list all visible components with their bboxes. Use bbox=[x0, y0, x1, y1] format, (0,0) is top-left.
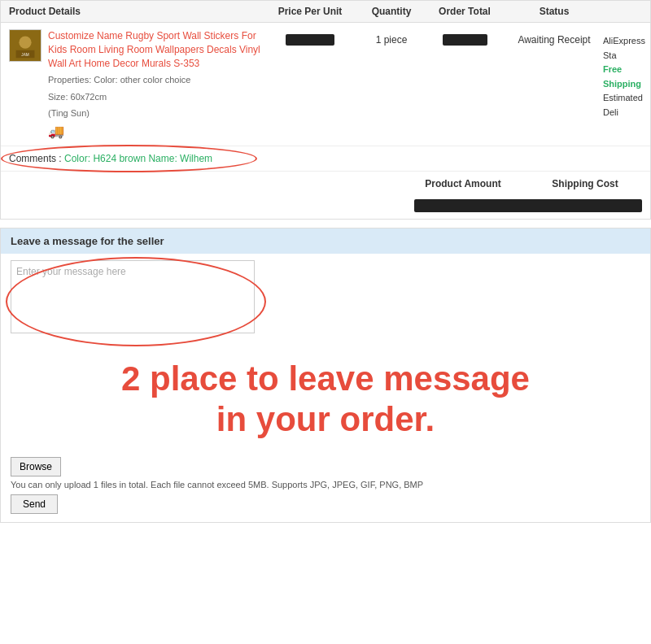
comments-row: Comments : Color: H624 brown Name: Wilhe… bbox=[1, 146, 650, 172]
message-section: Leave a message for the seller 2 place t… bbox=[0, 228, 651, 523]
product-text-block: Customize Name Rugby Sport Wall Stickers… bbox=[48, 29, 261, 139]
product-extra-cell: AliExpress Sta Free Shipping Estimated D… bbox=[603, 29, 645, 120]
send-button[interactable]: Send bbox=[11, 494, 58, 514]
browse-note: You can only upload 1 files in total. Ea… bbox=[11, 480, 640, 490]
header-price: Price Per Unit bbox=[261, 6, 359, 17]
order-section: Product Details Price Per Unit Quantity … bbox=[0, 0, 651, 220]
price-bar bbox=[286, 34, 334, 46]
comments-value: Color: H624 brown Name: Wilhem bbox=[64, 153, 212, 164]
annotation-line2: in your order. bbox=[9, 399, 642, 440]
product-quantity-cell: 1 piece bbox=[359, 29, 424, 46]
product-total-cell bbox=[424, 29, 505, 48]
product-price-cell bbox=[261, 29, 359, 48]
header-quantity: Quantity bbox=[359, 6, 424, 17]
status-text: Awaiting Receipt bbox=[518, 34, 590, 46]
product-seller: (Ting Sun) bbox=[48, 107, 261, 120]
totals-header-row: Product Amount Shipping Cost bbox=[1, 172, 650, 196]
totals-values-row bbox=[1, 196, 650, 219]
product-status-cell: Awaiting Receipt bbox=[505, 29, 603, 46]
estimated-delivery-label: Estimated Deli bbox=[603, 91, 645, 120]
annotation-line1: 2 place to leave message bbox=[9, 359, 642, 399]
header-total: Order Total bbox=[424, 6, 505, 17]
product-link[interactable]: Customize Name Rugby Sport Wall Stickers… bbox=[48, 30, 260, 69]
svg-point-1 bbox=[19, 37, 31, 49]
free-shipping-label: Free Shipping bbox=[603, 63, 645, 91]
truck-icon: 🚚 bbox=[48, 124, 261, 139]
product-info: JAM Customize Name Rugby Sport Wall Stic… bbox=[9, 29, 261, 139]
order-table-header: Product Details Price Per Unit Quantity … bbox=[1, 1, 650, 23]
comments-label: Comments : bbox=[9, 153, 62, 164]
header-status: Status bbox=[505, 6, 603, 17]
header-product: Product Details bbox=[9, 6, 261, 17]
browse-section: Browse You can only upload 1 files in to… bbox=[1, 449, 650, 522]
header-extra bbox=[603, 6, 642, 17]
browse-button[interactable]: Browse bbox=[11, 457, 61, 476]
svg-text:JAM: JAM bbox=[21, 53, 29, 57]
message-textarea[interactable] bbox=[11, 260, 255, 333]
product-color-property: Properties: Color: other color choice bbox=[48, 73, 261, 87]
total-bar bbox=[443, 34, 487, 46]
product-thumbnail: JAM bbox=[9, 29, 42, 62]
totals-amount-bar bbox=[414, 199, 642, 212]
annotation-text: 2 place to leave message in your order. bbox=[1, 342, 650, 449]
aliexpress-label: AliExpress Sta bbox=[603, 34, 645, 63]
message-body bbox=[1, 254, 650, 342]
shipping-cost-label: Shipping Cost bbox=[528, 178, 642, 189]
product-amount-label: Product Amount bbox=[398, 178, 528, 189]
order-product-row: JAM Customize Name Rugby Sport Wall Stic… bbox=[1, 23, 650, 146]
message-section-header: Leave a message for the seller bbox=[1, 228, 650, 254]
product-size-property: Size: 60x72cm bbox=[48, 90, 261, 104]
quantity-text: 1 piece bbox=[376, 34, 408, 46]
